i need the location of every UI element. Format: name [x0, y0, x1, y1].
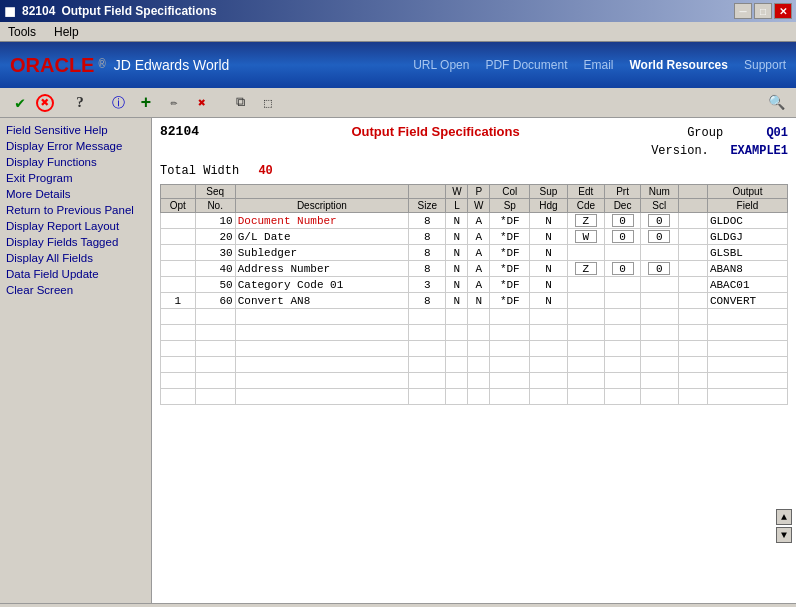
titlebar-controls: ─ □ ✕	[734, 3, 792, 19]
sidebar-exit-program[interactable]: Exit Program	[4, 170, 147, 186]
menu-help[interactable]: Help	[50, 23, 83, 41]
group-row: Group Q01	[651, 124, 788, 142]
table-row	[161, 309, 788, 325]
box-input-col-edt[interactable]	[575, 230, 597, 243]
table-row	[161, 357, 788, 373]
th-blank5	[678, 199, 707, 213]
th-edt: Edt	[567, 185, 604, 199]
table-header-row-1: Seq W P Col Sup Edt Prt Num Output	[161, 185, 788, 199]
nav-support[interactable]: Support	[744, 58, 786, 72]
scroll-up-button[interactable]: ▲	[776, 509, 792, 525]
close-button[interactable]: ✕	[774, 3, 792, 19]
add-button[interactable]: +	[134, 92, 158, 114]
th-hdg: Hdg	[530, 199, 567, 213]
form-title: Output Field Specifications	[351, 124, 519, 139]
titlebar-id: 82104	[22, 4, 55, 18]
sidebar-display-fields-tagged[interactable]: Display Fields Tagged	[4, 234, 147, 250]
search-button[interactable]: 🔍	[764, 92, 788, 114]
table-row	[161, 325, 788, 341]
box-input-col-edt[interactable]	[575, 262, 597, 275]
box-input-col-prt[interactable]	[612, 230, 634, 243]
th-blank4	[678, 185, 707, 199]
th-prt: Prt	[605, 185, 641, 199]
scroll-down-button[interactable]: ▼	[776, 527, 792, 543]
sidebar-display-error-message[interactable]: Display Error Message	[4, 138, 147, 154]
group-label: Group	[687, 126, 723, 140]
nav-pdf-document[interactable]: PDF Document	[485, 58, 567, 72]
th-description: Description	[235, 199, 408, 213]
th-sp: Sp	[490, 199, 530, 213]
data-table: Seq W P Col Sup Edt Prt Num Output	[160, 184, 788, 405]
group-val: Q01	[766, 126, 788, 140]
table-body: 10Document Number8NA*DFNGLDOC20G/L Date8…	[161, 213, 788, 405]
help-button[interactable]: ?	[68, 92, 92, 114]
box-input-col-prt[interactable]	[612, 214, 634, 227]
form-title-area: Output Field Specifications	[220, 124, 651, 139]
cancel-button[interactable]: ✖	[36, 94, 54, 112]
table-row	[161, 389, 788, 405]
nav-world-resources[interactable]: World Resources	[629, 58, 727, 72]
box-input-col-num[interactable]	[648, 214, 670, 227]
sidebar-data-field-update[interactable]: Data Field Update	[4, 266, 147, 282]
sidebar-display-functions[interactable]: Display Functions	[4, 154, 147, 170]
th-col: Col	[490, 185, 530, 199]
maximize-button[interactable]: □	[754, 3, 772, 19]
th-output: Output	[707, 185, 787, 199]
info-button[interactable]: ⓘ	[106, 92, 130, 114]
sidebar: Field Sensitive Help Display Error Messa…	[0, 118, 152, 603]
table-row: 40Address Number8NA*DFNABAN8	[161, 261, 788, 277]
sidebar-field-sensitive-help[interactable]: Field Sensitive Help	[4, 122, 147, 138]
table-row	[161, 341, 788, 357]
th-field: Field	[707, 199, 787, 213]
sidebar-more-details[interactable]: More Details	[4, 186, 147, 202]
statusbar: Opt: 1=Calcs 5=Fld Det 9=Del F13=Layout …	[0, 603, 796, 607]
th-opt: Opt	[161, 199, 196, 213]
th-l: L	[446, 199, 468, 213]
box-input-col-num[interactable]	[648, 230, 670, 243]
titlebar: ◼ 82104 Output Field Specifications ─ □ …	[0, 0, 796, 22]
check-button[interactable]: ✔	[8, 92, 32, 114]
nav-url-open[interactable]: URL Open	[413, 58, 469, 72]
th-p: P	[468, 185, 490, 199]
edit-button[interactable]: ✏	[162, 92, 186, 114]
banner: ORACLE ® JD Edwards World URL Open PDF D…	[0, 42, 796, 88]
box-input-col-prt[interactable]	[612, 262, 634, 275]
table-row: 10Document Number8NA*DFNGLDOC	[161, 213, 788, 229]
total-width-val: 40	[258, 164, 272, 178]
box-input-col-num[interactable]	[648, 262, 670, 275]
banner-logo: ORACLE ® JD Edwards World	[10, 54, 229, 77]
minimize-button[interactable]: ─	[734, 3, 752, 19]
sidebar-clear-screen[interactable]: Clear Screen	[4, 282, 147, 298]
main-area: Field Sensitive Help Display Error Messa…	[0, 118, 796, 603]
th-scl: Scl	[641, 199, 679, 213]
th-w: W	[446, 185, 468, 199]
jde-text: JD Edwards World	[114, 57, 230, 73]
titlebar-left: ◼ 82104 Output Field Specifications	[4, 3, 217, 19]
th-seq: Seq	[195, 185, 235, 199]
form-number: 82104	[160, 124, 220, 139]
th-blank1	[161, 185, 196, 199]
sidebar-return-previous-panel[interactable]: Return to Previous Panel	[4, 202, 147, 218]
sidebar-display-all-fields[interactable]: Display All Fields	[4, 250, 147, 266]
content-area: 82104 Output Field Specifications Group …	[152, 118, 796, 603]
delete-button[interactable]: ✖	[190, 92, 214, 114]
sidebar-display-report-layout[interactable]: Display Report Layout	[4, 218, 147, 234]
th-size: Size	[409, 199, 446, 213]
nav-email[interactable]: Email	[583, 58, 613, 72]
menu-tools[interactable]: Tools	[4, 23, 40, 41]
box-input-col-edt[interactable]	[575, 214, 597, 227]
version-label: Version.	[651, 144, 709, 158]
copy-button[interactable]: ⧉	[228, 92, 252, 114]
table-row: 30Subledger8NA*DFNGLSBL	[161, 245, 788, 261]
table-row: 160Convert AN88NN*DFNCONVERT	[161, 293, 788, 309]
banner-nav: URL Open PDF Document Email World Resour…	[413, 58, 786, 72]
menubar: Tools Help	[0, 22, 796, 42]
th-sup: Sup	[530, 185, 567, 199]
total-width-row: Total Width 40	[160, 164, 788, 178]
app-icon: ◼	[4, 3, 16, 19]
form-meta: Group Q01 Version. EXAMPLE1	[651, 124, 788, 160]
table-header-row-2: Opt No. Description Size L W Sp Hdg Cde …	[161, 199, 788, 213]
th-blank2	[235, 185, 408, 199]
paste-button[interactable]: ⬚	[256, 92, 280, 114]
form-header: 82104 Output Field Specifications Group …	[160, 124, 788, 160]
